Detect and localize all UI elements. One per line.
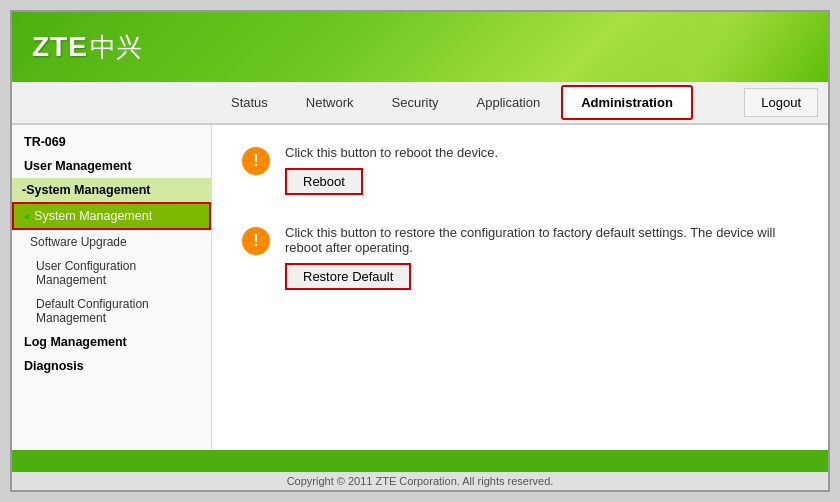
sidebar-item-log-management[interactable]: Log Management: [12, 330, 211, 354]
sidebar-item-diagnosis[interactable]: Diagnosis: [12, 354, 211, 378]
nav-network[interactable]: Network: [287, 82, 373, 123]
header: ZTE 中兴: [12, 12, 828, 82]
footer-green-bar: [12, 450, 828, 472]
restore-content: Click this button to restore the configu…: [285, 225, 798, 290]
sidebar-item-software-upgrade[interactable]: Software Upgrade: [12, 230, 211, 254]
sidebar-item-user-config[interactable]: User Configuration Management: [12, 254, 211, 292]
sidebar: TR-069 User Management -System Managemen…: [12, 125, 212, 450]
nav-administration[interactable]: Administration: [561, 85, 693, 120]
sidebar-item-system-management[interactable]: System Management: [12, 202, 211, 230]
logo-chinese: 中兴: [90, 30, 142, 65]
warning-icon-restore: !: [242, 227, 270, 255]
logo-text: ZTE: [32, 31, 88, 63]
nav-application[interactable]: Application: [458, 82, 560, 123]
warning-icon-reboot: !: [242, 147, 270, 175]
restore-text: Click this button to restore the configu…: [285, 225, 798, 255]
navbar: Status Network Security Application Admi…: [12, 82, 828, 125]
logout-button[interactable]: Logout: [744, 88, 818, 117]
reboot-button[interactable]: Reboot: [285, 168, 363, 195]
sidebar-item-system-management-header: -System Management: [12, 178, 211, 202]
footer-bar: Copyright © 2011 ZTE Corporation. All ri…: [12, 472, 828, 490]
sidebar-item-tr069[interactable]: TR-069: [12, 130, 211, 154]
content-area: TR-069 User Management -System Managemen…: [12, 125, 828, 450]
reboot-text: Click this button to reboot the device.: [285, 145, 498, 160]
restore-row: ! Click this button to restore the confi…: [242, 225, 798, 290]
nav-status[interactable]: Status: [212, 82, 287, 123]
sidebar-item-default-config[interactable]: Default Configuration Management: [12, 292, 211, 330]
restore-default-button[interactable]: Restore Default: [285, 263, 411, 290]
reboot-row: ! Click this button to reboot the device…: [242, 145, 798, 195]
logo: ZTE 中兴: [32, 30, 142, 65]
reboot-content: Click this button to reboot the device. …: [285, 145, 498, 195]
main-panel: ! Click this button to reboot the device…: [212, 125, 828, 450]
footer-copyright: Copyright © 2011 ZTE Corporation. All ri…: [287, 475, 554, 487]
nav-security[interactable]: Security: [373, 82, 458, 123]
sidebar-item-user-management[interactable]: User Management: [12, 154, 211, 178]
